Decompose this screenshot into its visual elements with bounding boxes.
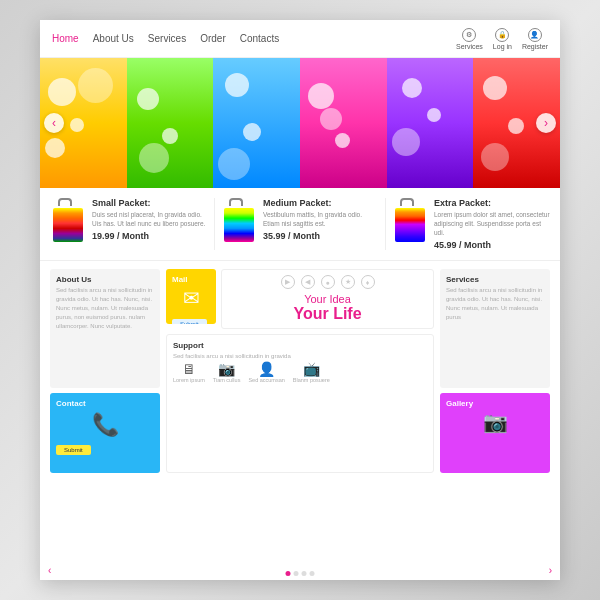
grid-center: Mail ✉ Submit ▶ ◀ ● ★ ♦ Your Idea Your L… <box>166 269 434 473</box>
package-medium-price: 35.99 / Month <box>263 231 379 241</box>
nav-services-icon-item[interactable]: ⚙ Services <box>456 28 483 50</box>
hero-col-4 <box>300 58 387 188</box>
center-icon-row: ▶ ◀ ● ★ ♦ <box>281 275 375 289</box>
support-icon-row: 🖥 Lorem ipsum 📷 Tiam cullus 👤 Sed accums… <box>173 361 427 383</box>
bag-extra-icon <box>392 198 428 242</box>
mail-button[interactable]: Submit <box>172 319 207 324</box>
card-services: Services Sed facilisis arcu a nisi solli… <box>440 269 550 388</box>
card-mail: Mail ✉ Submit <box>166 269 216 324</box>
nav-dot-2[interactable] <box>294 571 299 576</box>
support-label-4: Blanm posuere <box>293 377 330 383</box>
bottom-nav-dots <box>286 571 315 576</box>
package-medium-desc: Vestibulum mattis, In gravida odio. Etia… <box>263 210 379 228</box>
social-icon-1[interactable]: ▶ <box>281 275 295 289</box>
support-item-4: 📺 Blanm posuere <box>293 361 330 383</box>
bottom-grid: About Us Sed facilisis arcu a nisi solli… <box>40 261 560 481</box>
mail-icon: ✉ <box>172 286 210 310</box>
gear-icon: ⚙ <box>462 28 476 42</box>
navbar: Home About Us Services Order Contacts ⚙ … <box>40 20 560 58</box>
nav-services[interactable]: Services <box>148 33 186 44</box>
nav-dot-4[interactable] <box>310 571 315 576</box>
nav-about[interactable]: About Us <box>93 33 134 44</box>
services-title: Services <box>446 275 544 284</box>
grid-left: About Us Sed facilisis arcu a nisi solli… <box>50 269 160 473</box>
monitor-icon: 🖥 <box>173 361 205 377</box>
social-icon-4[interactable]: ★ <box>341 275 355 289</box>
support-text: Sed facilisis arcu a nisi sollicitudin i… <box>173 352 427 361</box>
package-medium-info: Medium Packet: Vestibulum mattis, In gra… <box>263 198 379 241</box>
card-contact: Contact 📞 Submit <box>50 393 160 473</box>
support-label-2: Tiam cullus <box>213 377 241 383</box>
package-extra-price: 45.99 / Month <box>434 240 550 250</box>
package-extra-desc: Lorem ipsum dolor sit amet, consectetur … <box>434 210 550 237</box>
bag-medium-icon <box>221 198 257 242</box>
hero-col-3 <box>213 58 300 188</box>
package-small: Small Packet: Duis sed nisl placerat, In… <box>50 198 208 242</box>
pkg-divider-2 <box>385 198 386 250</box>
hero-prev-button[interactable]: ‹ <box>44 113 64 133</box>
camera-icon: 📷 <box>213 361 241 377</box>
social-icon-3[interactable]: ● <box>321 275 335 289</box>
package-medium: Medium Packet: Vestibulum mattis, In gra… <box>221 198 379 242</box>
your-idea-text: Your Idea <box>304 293 351 305</box>
nav-contacts[interactable]: Contacts <box>240 33 279 44</box>
hero-banner: ‹ › <box>40 58 560 188</box>
grid-right: Services Sed facilisis arcu a nisi solli… <box>440 269 550 473</box>
gallery-title: Gallery <box>446 399 544 408</box>
contact-phone-icon: 📞 <box>56 412 154 438</box>
nav-register-icon-item[interactable]: 👤 Register <box>522 28 548 50</box>
card-your-idea: ▶ ◀ ● ★ ♦ Your Idea Your Life <box>221 269 434 329</box>
support-item-2: 📷 Tiam cullus <box>213 361 241 383</box>
nav-order[interactable]: Order <box>200 33 226 44</box>
center-top-row: Mail ✉ Submit ▶ ◀ ● ★ ♦ Your Idea Your L… <box>166 269 434 329</box>
package-extra-info: Extra Packet: Lorem ipsum dolor sit amet… <box>434 198 550 250</box>
nav-services-label: Services <box>456 43 483 50</box>
contact-button[interactable]: Submit <box>56 445 91 455</box>
support-label-3: Sed accumsan <box>248 377 284 383</box>
bottom-prev-arrow[interactable]: ‹ <box>48 565 51 576</box>
nav-dot-1[interactable] <box>286 571 291 576</box>
bag-small-icon <box>50 198 86 242</box>
package-small-desc: Duis sed nisl placerat, In gravida odio.… <box>92 210 208 228</box>
lock-icon: 🔒 <box>495 28 509 42</box>
hero-col-5 <box>387 58 474 188</box>
support-label-1: Lorem ipsum <box>173 377 205 383</box>
user-icon: 👤 <box>248 361 284 377</box>
package-medium-title: Medium Packet: <box>263 198 379 208</box>
card-about-us: About Us Sed facilisis arcu a nisi solli… <box>50 269 160 388</box>
package-small-title: Small Packet: <box>92 198 208 208</box>
nav-links: Home About Us Services Order Contacts <box>52 33 456 44</box>
packages-section: Small Packet: Duis sed nisl placerat, In… <box>40 188 560 261</box>
camera-gallery-icon: 📷 <box>446 410 544 434</box>
bottom-next-arrow[interactable]: › <box>549 565 552 576</box>
card-support: Support Sed facilisis arcu a nisi sollic… <box>166 334 434 473</box>
person-icon: 👤 <box>528 28 542 42</box>
about-us-text: Sed facilisis arcu a nisi sollicitudin i… <box>56 286 154 331</box>
nav-home[interactable]: Home <box>52 33 79 44</box>
about-us-title: About Us <box>56 275 154 284</box>
pkg-divider-1 <box>214 198 215 250</box>
services-text: Sed facilisis arcu a nisi sollicitudin i… <box>446 286 544 322</box>
package-small-price: 19.99 / Month <box>92 231 208 241</box>
contact-title: Contact <box>56 399 154 408</box>
nav-login-label: Log in <box>493 43 512 50</box>
nav-login-icon-item[interactable]: 🔒 Log in <box>493 28 512 50</box>
hero-col-2 <box>127 58 214 188</box>
support-title: Support <box>173 341 427 350</box>
social-icon-2[interactable]: ◀ <box>301 275 315 289</box>
package-extra: Extra Packet: Lorem ipsum dolor sit amet… <box>392 198 550 250</box>
nav-dot-3[interactable] <box>302 571 307 576</box>
card-gallery: Gallery 📷 <box>440 393 550 473</box>
nav-right: ⚙ Services 🔒 Log in 👤 Register <box>456 28 548 50</box>
package-small-info: Small Packet: Duis sed nisl placerat, In… <box>92 198 208 241</box>
website-container: Home About Us Services Order Contacts ⚙ … <box>40 20 560 580</box>
hero-next-button[interactable]: › <box>536 113 556 133</box>
mail-title: Mail <box>172 275 210 284</box>
nav-register-label: Register <box>522 43 548 50</box>
package-extra-title: Extra Packet: <box>434 198 550 208</box>
support-item-1: 🖥 Lorem ipsum <box>173 361 205 383</box>
support-item-3: 👤 Sed accumsan <box>248 361 284 383</box>
your-life-text: Your Life <box>293 305 361 323</box>
social-icon-5[interactable]: ♦ <box>361 275 375 289</box>
tv-icon: 📺 <box>293 361 330 377</box>
